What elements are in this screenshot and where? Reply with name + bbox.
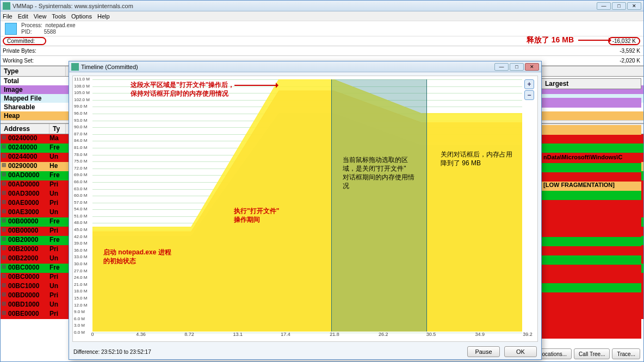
selection-region[interactable]: [331, 79, 426, 332]
timeline-titlebar[interactable]: Timeline (Committed) — □ ✕: [69, 61, 541, 72]
private-bytes-row: Private Bytes: -3,592 K: [1, 46, 643, 56]
menu-tools[interactable]: Tools: [52, 13, 66, 20]
details-row[interactable]: [541, 237, 641, 246]
zoom-out-button[interactable]: −: [524, 90, 534, 100]
timeline-window: Timeline (Committed) — □ ✕ 0.0 M3.0 M6.0…: [69, 61, 542, 360]
details-row[interactable]: [541, 265, 641, 274]
details-row[interactable]: [541, 219, 641, 228]
details-row[interactable]: [LOW FRAGMENTATION]: [541, 182, 641, 191]
timeline-icon: [71, 63, 79, 71]
details-row[interactable]: [541, 292, 641, 302]
details-row[interactable]: [541, 255, 641, 265]
tl-minimize-button[interactable]: —: [494, 63, 509, 71]
details-row[interactable]: [541, 311, 641, 320]
app-icon: [3, 2, 10, 10]
y-axis: 0.0 M3.0 M6.0 M9.0 M12.0 M15.0 M18.0 M21…: [73, 76, 92, 332]
annot-5: 关闭对话框后，内存占用 降到了 96 MB: [441, 150, 528, 167]
annot-1: 这段水平区域是"打开文件"操作后， 保持对话框开启时的内存使用情况: [131, 80, 278, 98]
timeline-footer: Difference: 23:52:10 to 23:52:17 Pause O…: [69, 345, 541, 358]
zoom-controls: + −: [524, 79, 534, 100]
main-titlebar[interactable]: VMMap - Sysinternals: www.sysinternals.c…: [1, 1, 643, 11]
timeline-chart[interactable]: 0.0 M3.0 M6.0 M9.0 M12.0 M15.0 M18.0 M21…: [72, 76, 538, 342]
main-title: VMMap - Sysinternals: www.sysinternals.c…: [13, 3, 597, 9]
details-row[interactable]: [541, 302, 641, 311]
details-row[interactable]: [541, 209, 641, 219]
maximize-button[interactable]: □: [612, 2, 626, 10]
details-row[interactable]: [541, 200, 641, 209]
x-axis: 04.368.7213.117.421.826.230.534.939.2: [92, 332, 522, 339]
difference-label: Difference: 23:52:10 to 23:52:17: [73, 349, 463, 355]
menu-file[interactable]: File: [3, 13, 13, 20]
fill-purple: [541, 98, 641, 108]
pause-button[interactable]: Pause: [467, 346, 500, 357]
minimize-button[interactable]: —: [597, 2, 611, 10]
arrow-icon: [234, 85, 278, 86]
trace-button[interactable]: Trace...: [612, 348, 640, 359]
largest-column: Largest: [541, 78, 641, 135]
svg-rect-1: [71, 63, 79, 71]
annot-2: 执行"打开文件"操作期间: [234, 207, 279, 224]
details-row[interactable]: [541, 329, 641, 339]
details-row[interactable]: [541, 228, 641, 237]
details-row[interactable]: [541, 163, 641, 172]
fill-orange: [541, 125, 641, 135]
details-row[interactable]: [541, 283, 641, 292]
timeline-title: Timeline (Committed): [81, 64, 494, 70]
process-info: Process: notepad.exe PID: 5588: [1, 21, 643, 36]
annot-4: 当前鼠标拖动选取的区 域，是关闭"打开文件" 对话框期间的内存使用情 况: [343, 155, 424, 190]
details-row[interactable]: [541, 172, 641, 182]
details-row[interactable]: nData\Microsoft\Windows\C: [541, 154, 641, 163]
menu-view[interactable]: View: [34, 13, 47, 20]
menu-help[interactable]: Help: [97, 13, 110, 20]
details-row[interactable]: [541, 191, 641, 200]
details-row[interactable]: [541, 246, 641, 255]
plot-area[interactable]: 这段水平区域是"打开文件"操作后， 保持对话框开启时的内存使用情况 执行"打开文…: [92, 79, 522, 332]
tl-maximize-button[interactable]: □: [510, 63, 524, 71]
zoom-in-button[interactable]: +: [524, 79, 534, 89]
close-button[interactable]: ✕: [627, 2, 641, 10]
menu-options[interactable]: Options: [71, 13, 92, 20]
svg-rect-0: [3, 2, 10, 10]
menu-edit[interactable]: Edit: [18, 13, 28, 20]
release-annotation: 释放了 16 MB: [527, 35, 611, 45]
tl-close-button[interactable]: ✕: [525, 63, 539, 71]
annot-3: 启动 notepad.exe 进程的初始状态: [103, 248, 171, 265]
process-icon: [5, 23, 17, 35]
details-row[interactable]: [541, 274, 641, 283]
call-tree-button[interactable]: Call Tree...: [574, 348, 610, 359]
arrow-right-icon: [578, 40, 611, 41]
main-menu: File Edit View Tools Options Help: [1, 11, 643, 21]
details-row[interactable]: [541, 320, 641, 329]
details-column: nData\Microsoft\Windows\C[LOW FRAGMENTAT…: [541, 154, 641, 339]
ok-button[interactable]: OK: [504, 346, 537, 357]
